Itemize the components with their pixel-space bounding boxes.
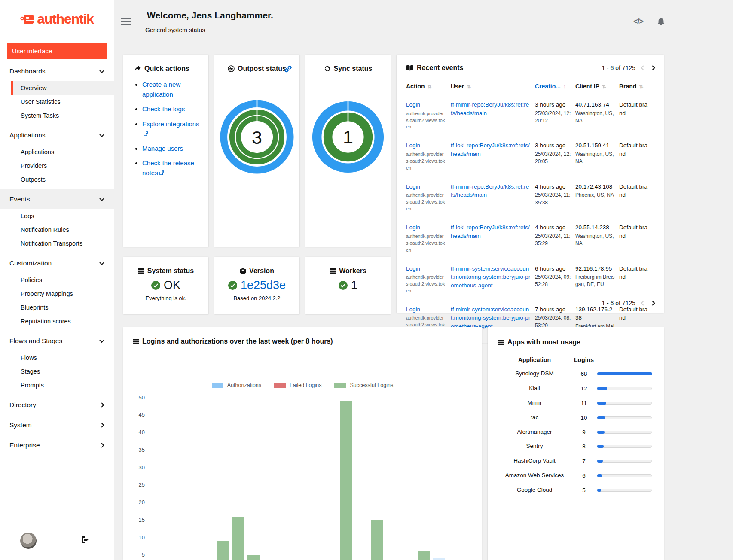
event-geo-location: Phoenix, US, NA (575, 192, 615, 199)
event-action-link[interactable]: Login (406, 183, 446, 191)
sync-donut-chart: 1 (305, 99, 391, 175)
event-row: Loginauthentik.providers.oauth2.views.to… (406, 136, 654, 177)
event-user-link[interactable]: tf-loki-repo:BeryJu/k8s:ref:refs/heads/m… (451, 224, 530, 239)
authentik-key-icon (20, 13, 35, 26)
sidebar-item-policies[interactable]: Policies (0, 273, 114, 287)
version-value-link[interactable]: 1e25d3e (241, 279, 286, 292)
sidebar-item-reputation-scores[interactable]: Reputation scores (0, 314, 114, 328)
events-sort-header-user[interactable]: User⇅ (451, 83, 535, 90)
sidebar-item-providers[interactable]: Providers (0, 159, 114, 173)
event-action-link[interactable]: Login (406, 141, 446, 150)
event-action-link[interactable]: Login (406, 223, 446, 232)
outpost-status-title: Outpost status (238, 65, 286, 73)
outpost-link-icon[interactable] (284, 65, 292, 74)
event-user-link[interactable]: tf-mimir-system:serviceaccount:monitorin… (451, 306, 530, 329)
sidebar-section-head-applications[interactable]: Applications (0, 125, 114, 145)
sidebar-item-user-statistics[interactable]: User Statistics (0, 95, 114, 109)
app-usage-row: HashiCorp Vault7 (498, 457, 654, 465)
sidebar-item-stages[interactable]: Stages (0, 365, 114, 378)
sidebar-item-overview[interactable]: Overview (11, 81, 114, 95)
event-user-cell: tf-mimir-repo:BeryJu/k8s:ref:refs/heads/… (451, 183, 535, 213)
column-label: User (451, 83, 464, 90)
sidebar-item-flows[interactable]: Flows (0, 351, 114, 365)
sidebar-item-applications[interactable]: Applications (0, 145, 114, 159)
events-sort-header-brand[interactable]: Brand⇅ (619, 83, 654, 90)
event-user-link[interactable]: tf-mimir-repo:BeryJu/k8s:ref:refs/heads/… (451, 101, 529, 116)
column-label: Action (406, 83, 425, 90)
event-user-link[interactable]: tf-mimir-repo:BeryJu/k8s:ref:refs/heads/… (451, 183, 529, 198)
app-usage-bar-fill (597, 489, 601, 492)
logout-icon[interactable] (81, 536, 89, 544)
sidebar-item-logs[interactable]: Logs (0, 209, 114, 223)
app-usage-bar-fill (597, 402, 606, 405)
app-usage-bar-fill (597, 460, 603, 463)
event-action-cell: Loginauthentik.providers.oauth2.views.to… (406, 223, 451, 253)
event-user-link[interactable]: tf-loki-repo:BeryJu/k8s:ref:refs/heads/m… (451, 142, 530, 157)
event-timestamp: 25/03/2024, 09:52:28 (535, 274, 571, 289)
event-user-link[interactable]: tf-mimir-system:serviceaccount:monitorin… (451, 265, 530, 289)
sidebar-section-head-events[interactable]: Events (0, 189, 114, 209)
system-status-subtitle: Everything is ok. (123, 295, 208, 301)
sidebar-section-head-dashboards[interactable]: Dashboards (0, 61, 114, 81)
app-name: rac (498, 414, 571, 422)
app-usage-bar (597, 416, 652, 419)
api-browser-icon[interactable]: </> (633, 17, 643, 26)
sidebar-section-head-enterprise[interactable]: Enterprise (0, 435, 114, 455)
sidebar-section-directory: Directory (0, 395, 114, 415)
sidebar-item-property-mappings[interactable]: Property Mappings (0, 287, 114, 301)
app-name: Google Cloud (498, 486, 571, 494)
event-brand: Default brand (619, 306, 647, 321)
chart-bar-successful-logins (217, 541, 229, 560)
sidebar-toggle-icon[interactable] (121, 18, 131, 27)
sidebar-footer (0, 523, 114, 560)
sidebar-item-prompts[interactable]: Prompts (0, 378, 114, 392)
events-sort-header-creatio[interactable]: Creatio...↑ (535, 83, 575, 90)
sidebar-item-outposts[interactable]: Outposts (0, 173, 114, 186)
sidebar-item-system-tasks[interactable]: System Tasks (0, 109, 114, 122)
event-action-link[interactable]: Login (406, 265, 446, 273)
app-usage-row: Mimir11 (498, 399, 654, 407)
pagination-prev-icon[interactable] (641, 65, 645, 70)
sync-status-title: Sync status (334, 65, 373, 73)
app-login-count: 68 (571, 371, 597, 377)
quick-action-link-check-the-release-notes[interactable]: Check the release notes (142, 159, 194, 177)
sidebar-item-blueprints[interactable]: Blueprints (0, 301, 114, 314)
notifications-bell-icon[interactable] (657, 17, 665, 27)
event-brand: Default brand (619, 101, 647, 116)
outpost-donut-chart: 3 (214, 99, 299, 175)
quick-action-link-create-a-new-application[interactable]: Create a new application (142, 81, 180, 98)
legend-label: Failed Logins (290, 382, 321, 388)
pagination-prev-icon[interactable] (641, 301, 645, 305)
sidebar-item-notification-transports[interactable]: Notification Transports (0, 237, 114, 250)
user-avatar[interactable] (20, 533, 37, 549)
event-action-link[interactable]: Login (406, 100, 446, 109)
user-interface-button[interactable]: User interface (7, 43, 107, 59)
sidebar-section-head-system[interactable]: System (0, 415, 114, 435)
event-action-link[interactable]: Login (406, 305, 446, 314)
chevron-right-icon (99, 402, 104, 407)
legend-swatch (212, 383, 223, 388)
event-timestamp: 25/03/2024, 12:20:12 (535, 110, 571, 125)
quick-action-item: Check the logs (142, 104, 204, 114)
events-sort-header-client-ip[interactable]: Client IP⇅ (575, 83, 619, 90)
sidebar-section-label: Events (9, 195, 30, 203)
sidebar-section-head-flows-and-stages[interactable]: Flows and Stages (0, 331, 114, 351)
sidebar-section-head-customization[interactable]: Customization (0, 253, 114, 273)
quick-action-link-explore-integrations[interactable]: Explore integrations (142, 120, 199, 128)
event-action-context: authentik.providers.oauth2.views.token (406, 192, 446, 213)
server-icon (133, 339, 139, 344)
version-card: Version 1e25d3e Based on 2024.2.2 (214, 257, 299, 314)
pagination-next-icon[interactable] (650, 65, 655, 70)
y-axis-tick: 45 (125, 411, 145, 418)
sidebar-section-system: System (0, 415, 114, 435)
event-creation-cell: 4 hours ago25/03/2024, 11:35:38 (535, 183, 575, 213)
sync-count: 1 (343, 127, 353, 147)
quick-action-link-manage-users[interactable]: Manage users (142, 145, 183, 152)
app-login-count: 8 (571, 443, 597, 450)
quick-action-link-check-the-logs[interactable]: Check the logs (142, 105, 185, 113)
chart-legend: AuthorizationsFailed LoginsSuccessful Lo… (123, 382, 482, 388)
sidebar-section-head-directory[interactable]: Directory (0, 395, 114, 415)
pagination-next-icon[interactable] (650, 301, 655, 305)
sidebar-item-notification-rules[interactable]: Notification Rules (0, 223, 114, 237)
events-sort-header-action[interactable]: Action⇅ (406, 83, 451, 90)
